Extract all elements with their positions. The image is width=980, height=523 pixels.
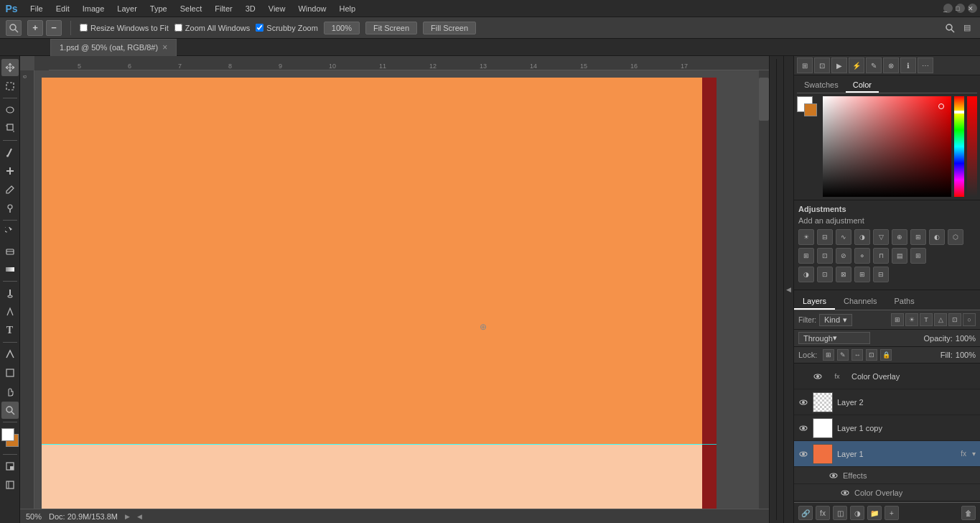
- layer-effects-group[interactable]: Effects: [794, 467, 980, 484]
- scrubby-zoom-checkbox[interactable]: Scrubby Zoom: [256, 24, 318, 32]
- panel-collapse-button[interactable]: ◀: [783, 56, 793, 523]
- gradient-tool[interactable]: [1, 261, 19, 278]
- blend-mode-dropdown[interactable]: Through ▾: [798, 332, 870, 344]
- add-group-button[interactable]: 📁: [867, 506, 882, 520]
- zoom-percent-button[interactable]: 100%: [324, 22, 360, 34]
- opacity-value[interactable]: 100%: [956, 334, 976, 343]
- hue-slider[interactable]: [954, 111, 964, 114]
- channels-tab[interactable]: Channels: [835, 293, 885, 310]
- foreground-color[interactable]: [1, 428, 14, 441]
- document-tab[interactable]: 1.psd @ 50% (oat, RGB/8#) ×: [50, 39, 177, 56]
- eraser-tool[interactable]: [1, 242, 19, 259]
- layer2-eye-icon[interactable]: [798, 397, 808, 407]
- status-arrow[interactable]: ▶: [125, 513, 130, 520]
- menu-window[interactable]: Window: [292, 3, 332, 14]
- effect-eye-icon[interactable]: [813, 373, 823, 380]
- background-color-preview[interactable]: [804, 103, 817, 116]
- color-tab[interactable]: Color: [846, 78, 879, 93]
- vibrance-adj-icon[interactable]: ▽: [873, 229, 889, 245]
- layer-fx-chevron[interactable]: ▾: [972, 450, 976, 458]
- zoom-out-button[interactable]: −: [46, 20, 62, 36]
- lasso-tool[interactable]: [1, 101, 19, 119]
- layer-item-2[interactable]: Layer 2: [794, 389, 980, 415]
- hdr-adj-icon[interactable]: ⊡: [817, 267, 833, 282]
- filter-smart-icon[interactable]: ⊡: [948, 313, 961, 326]
- add-mask-button[interactable]: ◫: [833, 506, 847, 520]
- shape-tool[interactable]: [1, 364, 19, 381]
- invert-adj-icon[interactable]: ⊘: [836, 248, 851, 264]
- panel-toggle-icon[interactable]: ▤: [960, 21, 974, 35]
- menu-image[interactable]: Image: [77, 3, 111, 14]
- panel-icon-3[interactable]: ▶: [831, 57, 847, 73]
- scrollbar-vertical[interactable]: [759, 70, 769, 513]
- brush-tool[interactable]: [1, 181, 19, 198]
- menu-layer[interactable]: Layer: [111, 3, 143, 14]
- menu-view[interactable]: View: [263, 3, 291, 14]
- panel-icon-2[interactable]: ⊡: [814, 57, 830, 73]
- add-adjustment-button[interactable]: ◑: [850, 506, 864, 520]
- link-layers-button[interactable]: 🔗: [798, 506, 813, 520]
- fill-screen-button[interactable]: Fill Screen: [423, 22, 476, 34]
- status-arrow-back[interactable]: ◀: [137, 513, 142, 520]
- history-brush-tool[interactable]: [1, 223, 19, 241]
- dodge-tool[interactable]: [1, 284, 19, 302]
- fill-value[interactable]: 100%: [956, 351, 976, 359]
- lock-all-icon[interactable]: 🔒: [880, 349, 892, 361]
- tab-close-icon[interactable]: ×: [162, 42, 167, 52]
- lock-transparency-icon[interactable]: ⊞: [823, 349, 834, 361]
- photofilter-adj-icon[interactable]: ⬡: [948, 229, 963, 245]
- channelmixer-adj-icon[interactable]: ⊞: [798, 248, 814, 264]
- replacecolor-adj-icon[interactable]: ⊟: [873, 267, 889, 282]
- zoom-all-checkbox[interactable]: Zoom All Windows: [174, 24, 250, 32]
- healing-tool[interactable]: [1, 162, 19, 180]
- matchcolor-adj-icon[interactable]: ⊞: [854, 267, 870, 282]
- layer-item-1[interactable]: Layer 1 fx ▾: [794, 441, 980, 467]
- panel-icon-6[interactable]: ⊗: [883, 57, 899, 73]
- colorbalance-adj-icon[interactable]: ⊞: [910, 229, 926, 245]
- menu-select[interactable]: Select: [174, 3, 208, 14]
- panel-icon-5[interactable]: ✎: [866, 57, 882, 73]
- zoom-all-input[interactable]: [174, 24, 182, 32]
- levels-adj-icon[interactable]: ⊟: [817, 229, 833, 245]
- resize-windows-checkbox[interactable]: Resize Windows to Fit: [80, 24, 169, 32]
- alpha-bar[interactable]: [967, 96, 977, 197]
- color-overlay-eye-icon[interactable]: [840, 488, 850, 498]
- lock-artboard-icon[interactable]: ⊡: [866, 349, 877, 361]
- layer-item-color-overlay-effect[interactable]: fx Color Overlay: [794, 364, 980, 389]
- effects-eye-icon[interactable]: [829, 471, 839, 481]
- selectivecolor-adj-icon[interactable]: ⊞: [910, 248, 926, 264]
- close-button[interactable]: ✕: [968, 4, 977, 13]
- path-selection-tool[interactable]: [1, 346, 19, 363]
- blackwhite-adj-icon[interactable]: ◐: [929, 229, 945, 245]
- crop-tool[interactable]: [1, 120, 19, 137]
- panel-icon-8[interactable]: ⋯: [918, 57, 933, 73]
- screen-mode-toggle[interactable]: [1, 476, 19, 494]
- menu-edit[interactable]: Edit: [50, 3, 75, 14]
- canvas-content[interactable]: ⊕: [34, 70, 769, 509]
- menu-file[interactable]: File: [24, 3, 49, 14]
- filter-type-icon[interactable]: T: [920, 313, 933, 326]
- hand-tool[interactable]: [1, 383, 19, 400]
- select-tool[interactable]: [1, 78, 19, 95]
- fit-screen-button[interactable]: Fit Screen: [365, 22, 417, 34]
- color-gradient-picker[interactable]: [823, 96, 951, 197]
- threshold-adj-icon[interactable]: ⊓: [873, 248, 889, 264]
- menu-filter[interactable]: Filter: [209, 3, 238, 14]
- posterize-adj-icon[interactable]: ⋄: [854, 248, 870, 264]
- menu-help[interactable]: Help: [334, 3, 362, 14]
- resize-windows-input[interactable]: [80, 24, 88, 32]
- filter-adjustment-icon[interactable]: ☀: [905, 313, 918, 326]
- scrubby-zoom-input[interactable]: [256, 24, 263, 32]
- zoom-tool[interactable]: [1, 402, 19, 419]
- pen-tool[interactable]: [1, 303, 19, 320]
- quick-mask-toggle[interactable]: [1, 458, 19, 475]
- desaturate-adj-icon[interactable]: ⊠: [836, 267, 851, 282]
- menu-type[interactable]: Type: [144, 3, 173, 14]
- lock-pixels-icon[interactable]: ✎: [837, 349, 849, 361]
- shadows-adj-icon[interactable]: ◑: [798, 267, 814, 282]
- filter-shape-icon[interactable]: △: [934, 313, 947, 326]
- panel-icon-1[interactable]: ⊞: [797, 57, 813, 73]
- lock-position-icon[interactable]: ↔: [851, 349, 863, 361]
- filter-pixel-icon[interactable]: ⊞: [891, 313, 904, 326]
- kind-dropdown[interactable]: Kind ▾: [819, 314, 852, 326]
